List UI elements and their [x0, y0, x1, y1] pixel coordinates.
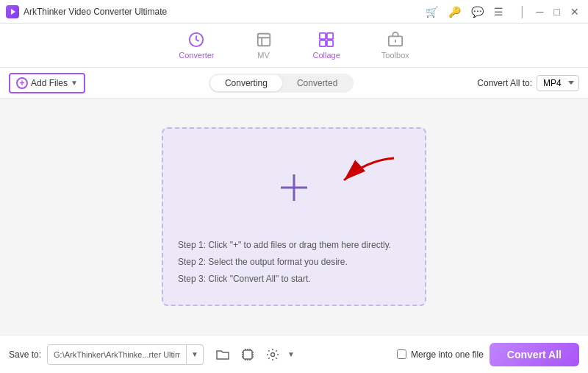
- nav-item-converter[interactable]: Converter: [173, 29, 220, 63]
- instruction-3: Step 3: Click "Convert All" to start.: [178, 273, 410, 285]
- nav-label-mv: MV: [257, 51, 270, 60]
- save-to-label: Save to:: [9, 349, 41, 360]
- path-container: ▼: [47, 344, 204, 365]
- open-folder-btn[interactable]: [212, 344, 233, 365]
- svg-rect-3: [320, 32, 326, 38]
- merge-checkbox-container: Merge into one file: [397, 349, 484, 360]
- svg-rect-5: [320, 40, 326, 46]
- tab-converted[interactable]: Converted: [282, 75, 352, 91]
- drop-zone-icon-area: [178, 151, 410, 224]
- bottom-icons: ▼: [212, 344, 295, 365]
- instruction-1: Step 1: Click "+" to add files or drag t…: [178, 239, 410, 252]
- nav-bar: Converter MV Collage Toolbox: [0, 24, 588, 68]
- nav-label-converter: Converter: [179, 51, 214, 60]
- nav-item-mv[interactable]: MV: [250, 29, 278, 63]
- path-dropdown-btn[interactable]: ▼: [187, 344, 204, 365]
- svg-rect-2: [257, 33, 270, 46]
- svg-rect-4: [327, 32, 333, 38]
- convert-all-label: Convert All to:: [477, 78, 532, 88]
- nav-item-toolbox[interactable]: Toolbox: [376, 29, 415, 63]
- add-files-label: Add Files: [31, 78, 68, 88]
- nav-label-toolbox: Toolbox: [381, 51, 409, 60]
- window-controls: 🛒 🔑 💬 ☰ │ ─ □ ✕: [423, 4, 582, 19]
- instructions: Step 1: Click "+" to add files or drag t…: [178, 239, 410, 289]
- main-content: Step 1: Click "+" to add files or drag t…: [0, 99, 588, 335]
- merge-label[interactable]: Merge into one file: [411, 349, 484, 360]
- tab-converting[interactable]: Converting: [210, 75, 282, 91]
- title-bar: ArkThinker Video Converter Ultimate 🛒 🔑 …: [0, 0, 588, 24]
- nav-label-collage: Collage: [313, 51, 340, 60]
- menu-icon[interactable]: ☰: [491, 4, 506, 19]
- close-btn[interactable]: ✕: [567, 4, 582, 19]
- acceleration-btn[interactable]: [237, 344, 258, 365]
- title-bar-left: ArkThinker Video Converter Ultimate: [6, 5, 167, 18]
- red-arrow-icon: [300, 154, 395, 209]
- app-icon: [6, 5, 19, 18]
- plus-icon: +: [16, 77, 28, 89]
- svg-rect-6: [327, 40, 333, 46]
- merge-checkbox[interactable]: [397, 349, 406, 359]
- instruction-2: Step 2: Select the output format you des…: [178, 256, 410, 269]
- settings-arrow[interactable]: ▼: [287, 350, 295, 358]
- add-files-button[interactable]: + Add Files ▼: [9, 73, 85, 93]
- app-title: ArkThinker Video Converter Ultimate: [24, 7, 167, 17]
- key-icon[interactable]: 🔑: [445, 4, 464, 19]
- settings-btn[interactable]: [262, 344, 283, 365]
- bottom-bar: Save to: ▼ ▼: [0, 335, 588, 373]
- cart-icon[interactable]: 🛒: [423, 4, 441, 19]
- svg-rect-10: [243, 350, 252, 359]
- minimize-btn[interactable]: ─: [534, 4, 547, 19]
- save-path-input[interactable]: [47, 344, 187, 365]
- drop-zone[interactable]: Step 1: Click "+" to add files or drag t…: [162, 127, 426, 305]
- convert-all-to: Convert All to: MP4 AVI MKV MOV: [477, 75, 579, 91]
- tabs-center: Converting Converted: [85, 74, 477, 93]
- svg-point-23: [270, 352, 274, 356]
- convert-all-button[interactable]: Convert All: [490, 343, 579, 366]
- maximize-btn[interactable]: □: [551, 4, 563, 19]
- dropdown-arrow-icon: ▼: [71, 79, 78, 87]
- tabs-group: Converting Converted: [209, 74, 354, 93]
- nav-item-collage[interactable]: Collage: [307, 29, 346, 63]
- svg-marker-0: [11, 9, 15, 15]
- toolbar: + Add Files ▼ Converting Converted Conve…: [0, 68, 588, 99]
- chat-icon[interactable]: 💬: [468, 4, 487, 19]
- format-select[interactable]: MP4 AVI MKV MOV: [537, 75, 579, 91]
